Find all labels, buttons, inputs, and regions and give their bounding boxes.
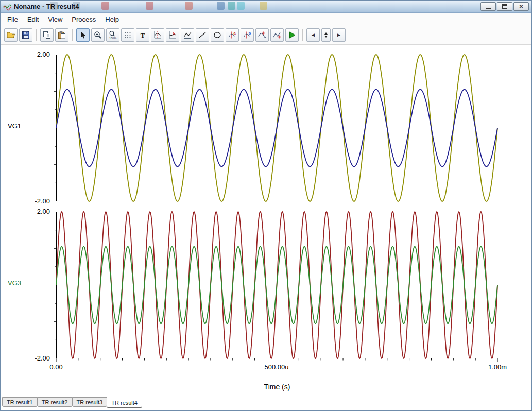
marker-b-button[interactable]: b: [241, 28, 254, 42]
tab-tr-result1[interactable]: TR result1: [2, 397, 38, 407]
window-title: Noname - TR result4: [14, 3, 79, 10]
title-bar: Noname - TR result4 ✕: [1, 1, 531, 13]
cursor-b-tool-button[interactable]: [166, 28, 179, 42]
svg-text:b: b: [249, 31, 251, 36]
maximize-icon: [502, 4, 507, 9]
next-page-button[interactable]: ►: [332, 28, 346, 42]
marker-a-button[interactable]: a: [226, 28, 239, 42]
background-ghost-icon: [101, 2, 109, 10]
tab-tr-result4[interactable]: TR result4: [107, 397, 142, 408]
xaxis-tick-1m: 1.00m: [477, 363, 518, 371]
background-ghost-icon: [146, 2, 153, 10]
page-spinner[interactable]: [321, 28, 331, 42]
toolbar-separator: [302, 29, 303, 41]
minimize-button[interactable]: [480, 2, 496, 11]
line-tool-button[interactable]: [196, 28, 209, 42]
minimize-icon: [486, 8, 491, 9]
background-ghost-icon: [228, 2, 235, 10]
open-file-button[interactable]: [4, 28, 18, 42]
svg-text:T: T: [141, 31, 145, 39]
xaxis-tick-0: 0.00: [36, 363, 77, 371]
grid-toggle-button[interactable]: [121, 28, 134, 42]
tab-bar: TR result1TR result2TR result3TR result4: [1, 397, 531, 408]
tab-tr-result3[interactable]: TR result3: [72, 397, 108, 407]
save-button[interactable]: [19, 28, 32, 42]
plot2-ymax-label: 2.00: [20, 208, 50, 215]
plot-vg1[interactable]: [51, 55, 503, 207]
svg-text:100%: 100%: [109, 37, 116, 40]
tab-tr-result2[interactable]: TR result2: [37, 397, 73, 407]
menu-help[interactable]: Help: [100, 14, 124, 25]
add-curve-button[interactable]: [270, 28, 284, 42]
app-icon: [3, 3, 11, 11]
toolbar: 100%Tab◄►: [1, 26, 531, 45]
plot1-ymin-label: -2.00: [20, 198, 50, 205]
plot-vg3[interactable]: [51, 212, 503, 364]
background-ghost-icon: [217, 2, 225, 10]
paste-button[interactable]: [55, 28, 68, 42]
menu-process[interactable]: Process: [67, 14, 100, 25]
zoom-in-button[interactable]: [91, 28, 105, 42]
close-icon: ✕: [519, 4, 523, 9]
plot2-ymin-label: -2.00: [20, 355, 50, 362]
xaxis-tick-500u: 500.00u: [256, 363, 297, 371]
text-tool-button[interactable]: T: [136, 28, 149, 42]
prev-page-button[interactable]: ◄: [306, 28, 320, 42]
background-ghost-icon: [237, 2, 245, 10]
xaxis-title: Time (s): [241, 383, 313, 391]
auto-scale-button[interactable]: [181, 28, 194, 42]
window-controls: ✕: [480, 2, 529, 11]
background-ghost-icon: [260, 2, 267, 10]
plot1-ylabel: VG1: [8, 122, 21, 130]
plot2-ylabel: VG3: [8, 279, 21, 287]
svg-text:a: a: [234, 31, 236, 36]
ellipse-tool-button[interactable]: [211, 28, 224, 42]
app-window: Noname - TR result4 ✕ FileEditViewProces…: [0, 0, 532, 411]
background-ghost-icon: [185, 2, 193, 10]
toolbar-separator: [72, 29, 73, 41]
menu-bar: FileEditViewProcessHelp: [1, 13, 531, 26]
close-button[interactable]: ✕: [513, 2, 529, 11]
plot1-ymax-label: 2.00: [20, 51, 50, 58]
toolbar-separator: [36, 29, 37, 41]
menu-view[interactable]: View: [43, 14, 67, 25]
menu-edit[interactable]: Edit: [23, 14, 43, 25]
copy-button[interactable]: [40, 28, 54, 42]
pointer-tool-button[interactable]: [76, 28, 90, 42]
zoom-100-button[interactable]: 100%: [106, 28, 119, 42]
interpolate-button[interactable]: [255, 28, 269, 42]
cursor-a-tool-button[interactable]: [151, 28, 164, 42]
maximize-button[interactable]: [497, 2, 512, 11]
run-button[interactable]: [285, 28, 299, 42]
menu-file[interactable]: File: [3, 14, 23, 25]
